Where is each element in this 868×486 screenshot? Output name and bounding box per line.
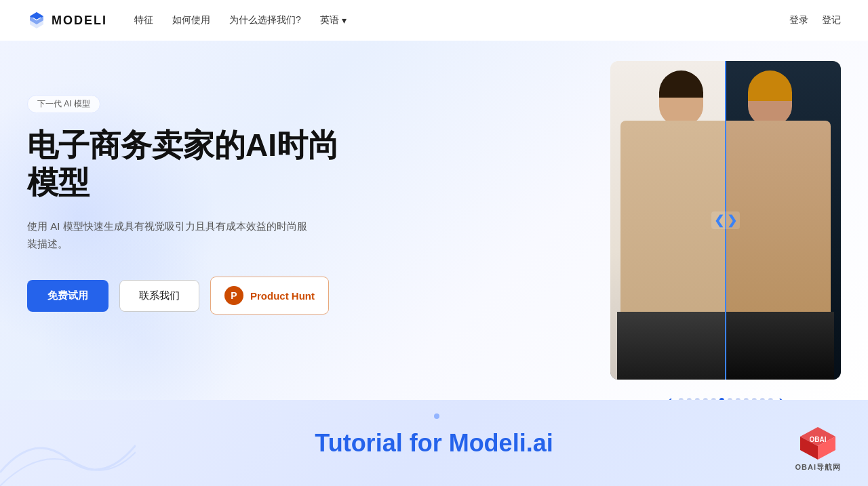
logo-icon: [27, 11, 46, 30]
carousel-dot-5[interactable]: [711, 398, 716, 400]
split-line: ❮ ❯: [725, 61, 726, 380]
logo[interactable]: MODELI: [27, 11, 107, 30]
carousel-dot-9[interactable]: [744, 398, 749, 400]
model-shirt-left: [620, 121, 726, 325]
model-skirt-right: [726, 312, 834, 380]
nav-features[interactable]: 特征: [134, 14, 153, 26]
carousel-prev-button[interactable]: ‹: [665, 392, 675, 400]
carousel-dot-7[interactable]: [728, 398, 732, 400]
hero-description: 使用 AI 模型快速生成具有视觉吸引力且具有成本效益的时尚服装描述。: [27, 218, 312, 252]
navbar: MODELI 特征 如何使用 为什么选择我们? 英语 ▾ 登录 登记: [0, 0, 868, 41]
nav-auth-area: 登录 登记: [789, 14, 841, 26]
hero-buttons: 免费试用 联系我们 P Product Hunt: [27, 277, 610, 315]
carousel-next-button[interactable]: ›: [776, 392, 787, 400]
bottom-banner: Tutorial for Modeli.ai OBAI OBAI导航网: [0, 400, 868, 486]
hero-section: 下一代 AI 模型 电子商务卖家的AI时尚模型 使用 AI 模型快速生成具有视觉…: [0, 41, 868, 400]
model-right-half: [726, 61, 841, 380]
product-hunt-button[interactable]: P Product Hunt: [210, 277, 329, 315]
hero-title: 电子商务卖家的AI时尚模型: [27, 127, 366, 201]
split-arrows: ❮ ❯: [711, 211, 740, 229]
hero-image-area: ❮ ❯ ‹ ›: [610, 61, 841, 380]
carousel-dot-11[interactable]: [760, 398, 765, 400]
model-hair-left: [659, 70, 703, 98]
nav-why-us[interactable]: 为什么选择我们?: [229, 14, 301, 26]
arrow-right-icon: ❯: [727, 213, 737, 228]
carousel-controls: ‹ ›: [665, 392, 786, 400]
carousel-dot-6[interactable]: [719, 398, 724, 400]
model-skirt-left: [617, 312, 726, 380]
carousel-dot-12[interactable]: [768, 398, 773, 400]
logo-text: MODELI: [52, 14, 107, 28]
nav-how-to-use[interactable]: 如何使用: [172, 14, 210, 26]
carousel-dot-8[interactable]: [736, 398, 741, 400]
tutorial-heading: Tutorial for Modeli.ai: [315, 429, 553, 458]
banner-deco-wave: [0, 418, 136, 486]
carousel-dot-4[interactable]: [703, 398, 708, 400]
carousel-dot-10[interactable]: [752, 398, 757, 400]
nav-links: 特征 如何使用 为什么选择我们? 英语 ▾: [134, 14, 789, 26]
nav-language[interactable]: 英语 ▾: [320, 14, 347, 26]
model-left-half: [610, 61, 726, 380]
hero-content: 下一代 AI 模型 电子商务卖家的AI时尚模型 使用 AI 模型快速生成具有视觉…: [27, 54, 610, 315]
chevron-down-icon: ▾: [342, 15, 347, 26]
svg-text:OBAI: OBAI: [810, 436, 827, 443]
hero-model-image: ❮ ❯: [610, 61, 841, 380]
obai-icon: OBAI: [797, 426, 838, 461]
carousel-dot-1[interactable]: [679, 398, 684, 400]
free-trial-button[interactable]: 免费试用: [27, 280, 108, 312]
contact-button[interactable]: 联系我们: [119, 280, 199, 312]
obai-label: OBAI导航网: [795, 462, 842, 472]
carousel-dot-2[interactable]: [687, 398, 692, 400]
hero-badge: 下一代 AI 模型: [27, 95, 100, 113]
model-shirt-right: [726, 121, 831, 325]
login-link[interactable]: 登录: [789, 14, 808, 26]
model-hair-right: [748, 70, 792, 101]
arrow-left-icon: ❮: [714, 213, 724, 228]
carousel-dot-3[interactable]: [695, 398, 700, 400]
obai-logo: OBAI OBAI导航网: [795, 426, 842, 472]
banner-decorative-dot: [434, 413, 439, 419]
register-link[interactable]: 登记: [822, 14, 841, 26]
product-hunt-icon: P: [224, 286, 243, 305]
